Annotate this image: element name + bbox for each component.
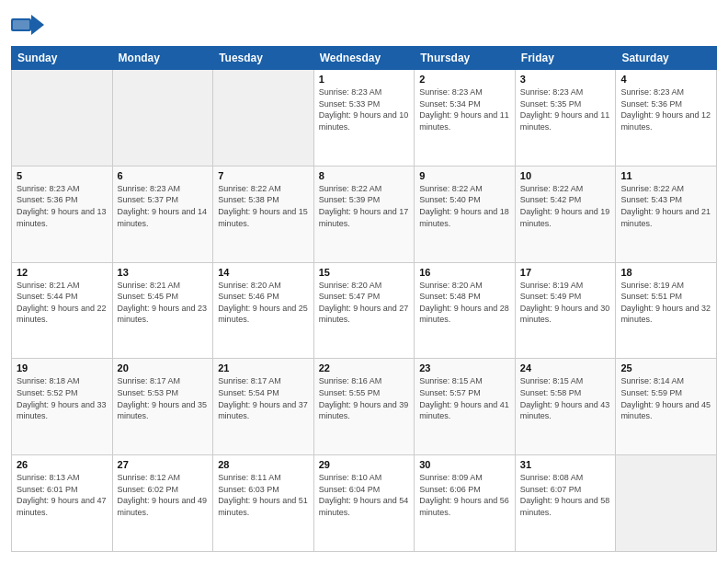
day-info: Sunrise: 8:17 AM Sunset: 5:53 PM Dayligh… <box>118 375 209 421</box>
calendar-cell: 1Sunrise: 8:23 AM Sunset: 5:33 PM Daylig… <box>313 70 415 167</box>
calendar-cell: 21Sunrise: 8:17 AM Sunset: 5:54 PM Dayli… <box>213 359 314 455</box>
day-number: 27 <box>118 459 209 470</box>
calendar-cell: 22Sunrise: 8:16 AM Sunset: 5:55 PM Dayli… <box>313 359 415 455</box>
calendar-cell: 24Sunrise: 8:15 AM Sunset: 5:58 PM Dayli… <box>515 359 616 455</box>
day-info: Sunrise: 8:19 AM Sunset: 5:49 PM Dayligh… <box>520 280 611 326</box>
calendar-cell: 10Sunrise: 8:22 AM Sunset: 5:42 PM Dayli… <box>515 166 616 262</box>
day-info: Sunrise: 8:19 AM Sunset: 5:51 PM Dayligh… <box>620 280 711 326</box>
col-header-saturday: Saturday <box>616 47 717 70</box>
day-info: Sunrise: 8:17 AM Sunset: 5:54 PM Dayligh… <box>218 375 309 421</box>
calendar-cell <box>112 70 213 167</box>
day-number: 3 <box>520 74 611 85</box>
header <box>11 11 717 39</box>
day-number: 10 <box>520 170 611 181</box>
calendar-cell: 13Sunrise: 8:21 AM Sunset: 5:45 PM Dayli… <box>112 262 213 359</box>
day-info: Sunrise: 8:23 AM Sunset: 5:37 PM Dayligh… <box>118 183 209 229</box>
logo <box>11 11 48 39</box>
day-info: Sunrise: 8:18 AM Sunset: 5:52 PM Dayligh… <box>17 375 108 421</box>
day-info: Sunrise: 8:09 AM Sunset: 6:06 PM Dayligh… <box>419 472 510 518</box>
day-number: 18 <box>620 267 711 278</box>
day-info: Sunrise: 8:23 AM Sunset: 5:36 PM Dayligh… <box>17 183 108 229</box>
day-number: 29 <box>319 459 410 470</box>
calendar-table: SundayMondayTuesdayWednesdayThursdayFrid… <box>11 46 717 552</box>
day-info: Sunrise: 8:12 AM Sunset: 6:02 PM Dayligh… <box>118 472 209 518</box>
day-number: 7 <box>218 170 309 181</box>
calendar-cell: 11Sunrise: 8:22 AM Sunset: 5:43 PM Dayli… <box>616 166 717 262</box>
calendar-week-4: 19Sunrise: 8:18 AM Sunset: 5:52 PM Dayli… <box>12 359 717 455</box>
day-number: 28 <box>218 459 309 470</box>
col-header-tuesday: Tuesday <box>213 47 314 70</box>
day-info: Sunrise: 8:15 AM Sunset: 5:57 PM Dayligh… <box>419 375 510 421</box>
day-info: Sunrise: 8:20 AM Sunset: 5:46 PM Dayligh… <box>218 280 309 326</box>
calendar-cell: 30Sunrise: 8:09 AM Sunset: 6:06 PM Dayli… <box>415 455 516 552</box>
calendar-cell: 18Sunrise: 8:19 AM Sunset: 5:51 PM Dayli… <box>616 262 717 359</box>
day-info: Sunrise: 8:23 AM Sunset: 5:35 PM Dayligh… <box>520 86 611 132</box>
calendar-cell: 26Sunrise: 8:13 AM Sunset: 6:01 PM Dayli… <box>12 455 113 552</box>
calendar-cell: 2Sunrise: 8:23 AM Sunset: 5:34 PM Daylig… <box>415 70 516 167</box>
day-info: Sunrise: 8:08 AM Sunset: 6:07 PM Dayligh… <box>520 472 611 518</box>
calendar-cell: 27Sunrise: 8:12 AM Sunset: 6:02 PM Dayli… <box>112 455 213 552</box>
day-number: 21 <box>218 362 309 373</box>
day-info: Sunrise: 8:15 AM Sunset: 5:58 PM Dayligh… <box>520 375 611 421</box>
svg-rect-2 <box>13 20 29 29</box>
day-number: 12 <box>17 267 108 278</box>
calendar-week-3: 12Sunrise: 8:21 AM Sunset: 5:44 PM Dayli… <box>12 262 717 359</box>
day-info: Sunrise: 8:14 AM Sunset: 5:59 PM Dayligh… <box>620 375 711 421</box>
day-number: 14 <box>218 267 309 278</box>
calendar-cell <box>213 70 314 167</box>
calendar-cell <box>12 70 113 167</box>
calendar-cell: 9Sunrise: 8:22 AM Sunset: 5:40 PM Daylig… <box>415 166 516 262</box>
col-header-monday: Monday <box>112 47 213 70</box>
day-number: 24 <box>520 362 611 373</box>
page: SundayMondayTuesdayWednesdayThursdayFrid… <box>0 0 728 563</box>
day-number: 22 <box>319 362 410 373</box>
calendar-cell: 6Sunrise: 8:23 AM Sunset: 5:37 PM Daylig… <box>112 166 213 262</box>
day-number: 6 <box>118 170 209 181</box>
day-info: Sunrise: 8:13 AM Sunset: 6:01 PM Dayligh… <box>17 472 108 518</box>
day-number: 31 <box>520 459 611 470</box>
day-info: Sunrise: 8:22 AM Sunset: 5:42 PM Dayligh… <box>520 183 611 229</box>
calendar-cell: 23Sunrise: 8:15 AM Sunset: 5:57 PM Dayli… <box>415 359 516 455</box>
day-number: 4 <box>620 74 711 85</box>
calendar-cell: 3Sunrise: 8:23 AM Sunset: 5:35 PM Daylig… <box>515 70 616 167</box>
logo-icon <box>11 11 44 39</box>
day-number: 8 <box>319 170 410 181</box>
day-info: Sunrise: 8:22 AM Sunset: 5:43 PM Dayligh… <box>620 183 711 229</box>
svg-marker-1 <box>31 15 44 35</box>
calendar-cell: 31Sunrise: 8:08 AM Sunset: 6:07 PM Dayli… <box>515 455 616 552</box>
day-number: 11 <box>620 170 711 181</box>
day-info: Sunrise: 8:10 AM Sunset: 6:04 PM Dayligh… <box>319 472 410 518</box>
day-number: 15 <box>319 267 410 278</box>
calendar-cell: 7Sunrise: 8:22 AM Sunset: 5:38 PM Daylig… <box>213 166 314 262</box>
calendar-cell: 5Sunrise: 8:23 AM Sunset: 5:36 PM Daylig… <box>12 166 113 262</box>
day-number: 16 <box>419 267 510 278</box>
day-number: 17 <box>520 267 611 278</box>
calendar-cell: 14Sunrise: 8:20 AM Sunset: 5:46 PM Dayli… <box>213 262 314 359</box>
day-info: Sunrise: 8:21 AM Sunset: 5:45 PM Dayligh… <box>118 280 209 326</box>
calendar-week-1: 1Sunrise: 8:23 AM Sunset: 5:33 PM Daylig… <box>12 70 717 167</box>
day-info: Sunrise: 8:20 AM Sunset: 5:48 PM Dayligh… <box>419 280 510 326</box>
day-number: 30 <box>419 459 510 470</box>
calendar-cell: 20Sunrise: 8:17 AM Sunset: 5:53 PM Dayli… <box>112 359 213 455</box>
day-number: 23 <box>419 362 510 373</box>
calendar-cell: 16Sunrise: 8:20 AM Sunset: 5:48 PM Dayli… <box>415 262 516 359</box>
day-number: 20 <box>118 362 209 373</box>
col-header-thursday: Thursday <box>415 47 516 70</box>
day-number: 13 <box>118 267 209 278</box>
day-number: 5 <box>17 170 108 181</box>
calendar-cell: 4Sunrise: 8:23 AM Sunset: 5:36 PM Daylig… <box>616 70 717 167</box>
calendar-cell: 28Sunrise: 8:11 AM Sunset: 6:03 PM Dayli… <box>213 455 314 552</box>
calendar-cell: 17Sunrise: 8:19 AM Sunset: 5:49 PM Dayli… <box>515 262 616 359</box>
calendar-cell: 25Sunrise: 8:14 AM Sunset: 5:59 PM Dayli… <box>616 359 717 455</box>
day-info: Sunrise: 8:22 AM Sunset: 5:39 PM Dayligh… <box>319 183 410 229</box>
day-info: Sunrise: 8:11 AM Sunset: 6:03 PM Dayligh… <box>218 472 309 518</box>
calendar-cell: 29Sunrise: 8:10 AM Sunset: 6:04 PM Dayli… <box>313 455 415 552</box>
day-number: 1 <box>319 74 410 85</box>
day-number: 19 <box>17 362 108 373</box>
day-number: 25 <box>620 362 711 373</box>
calendar-cell: 12Sunrise: 8:21 AM Sunset: 5:44 PM Dayli… <box>12 262 113 359</box>
day-info: Sunrise: 8:21 AM Sunset: 5:44 PM Dayligh… <box>17 280 108 326</box>
day-info: Sunrise: 8:20 AM Sunset: 5:47 PM Dayligh… <box>319 280 410 326</box>
day-number: 26 <box>17 459 108 470</box>
col-header-wednesday: Wednesday <box>313 47 415 70</box>
